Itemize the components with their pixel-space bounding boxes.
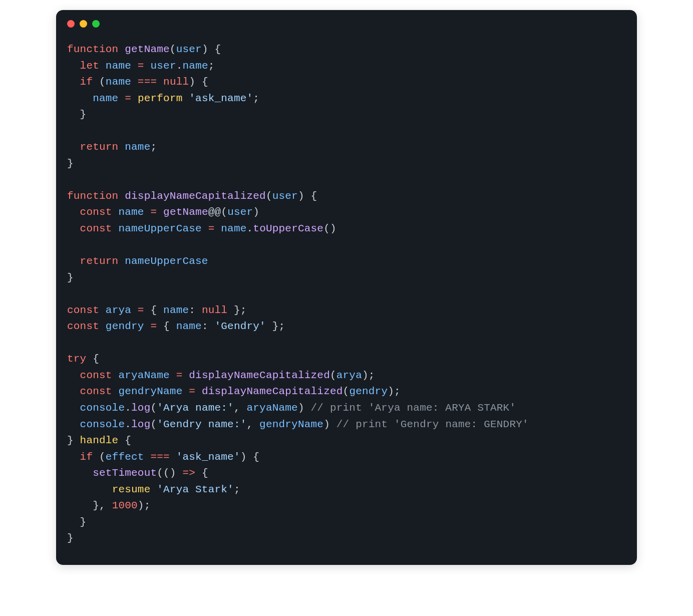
code-token: { — [118, 435, 131, 446]
code-token: const — [80, 223, 112, 234]
code-token: = — [176, 370, 183, 381]
code-token: name — [221, 223, 246, 234]
code-token: } — [67, 158, 74, 169]
code-token — [182, 386, 189, 397]
code-token: { — [157, 321, 176, 332]
code-token: log — [131, 419, 150, 430]
code-token: if — [80, 76, 93, 88]
code-token: function — [67, 190, 118, 202]
code-token: console — [80, 402, 125, 414]
code-token: , — [247, 419, 260, 430]
code-token — [112, 386, 119, 397]
code-token: aryaName — [118, 370, 169, 381]
close-icon[interactable] — [67, 20, 75, 28]
code-token: 'ask_name' — [189, 93, 253, 104]
code-token: . — [125, 402, 131, 414]
code-token: ; — [234, 484, 240, 495]
code-token: arya — [106, 304, 131, 316]
code-token: console — [80, 419, 125, 430]
code-token: // print 'Gendry name: GENDRY' — [336, 419, 529, 430]
code-token: nameUpperCase — [125, 255, 208, 267]
code-token: displayNameCapitalized — [202, 386, 343, 397]
zoom-icon[interactable] — [92, 20, 100, 28]
code-token: ; — [208, 60, 215, 72]
code-token: 'Arya Stark' — [157, 484, 234, 495]
code-token — [118, 93, 125, 104]
code-token: ); — [388, 386, 401, 397]
code-token — [112, 370, 119, 381]
code-token — [67, 370, 80, 381]
code-token — [67, 60, 80, 72]
code-token: setTimeout — [93, 467, 157, 479]
code-token — [195, 386, 202, 397]
code-token — [67, 484, 112, 495]
code-token: ); — [362, 370, 375, 381]
code-token — [67, 206, 80, 218]
code-token: gendry — [349, 386, 388, 397]
code-token: . — [176, 60, 183, 72]
code-token: ) — [323, 419, 336, 430]
code-token: () — [323, 223, 336, 234]
code-token: ) { — [202, 44, 221, 55]
code-token: return — [80, 141, 119, 153]
code-token: }; — [266, 321, 285, 332]
code-token: gendryName — [118, 386, 182, 397]
code-token: . — [247, 223, 253, 234]
code-token — [118, 255, 125, 267]
code-token — [67, 402, 80, 414]
code-token: name — [106, 60, 131, 72]
code-token: user — [176, 44, 202, 55]
code-token — [131, 93, 138, 104]
code-token: ( — [343, 386, 350, 397]
code-token: gendryName — [259, 419, 323, 430]
code-token: 1000 — [112, 500, 138, 511]
code-token — [182, 370, 189, 381]
code-token: : — [202, 321, 215, 332]
code-token: { — [86, 353, 99, 365]
code-token: ); — [138, 500, 151, 511]
code-token: }, — [67, 500, 112, 511]
code-token: } — [67, 272, 74, 283]
code-token — [131, 60, 138, 72]
code-token: name — [118, 206, 144, 218]
titlebar — [56, 10, 637, 28]
code-token: ) — [253, 206, 259, 218]
code-token — [67, 451, 80, 463]
code-token: = — [189, 386, 195, 397]
code-token: getName — [125, 44, 170, 55]
code-token: === — [150, 451, 169, 463]
code-token: ( — [170, 44, 176, 55]
code-token — [144, 321, 151, 332]
code-token: const — [80, 206, 112, 218]
code-token: gendry — [106, 321, 144, 332]
code-token — [170, 451, 176, 463]
code-token — [170, 370, 176, 381]
code-token: getName — [163, 206, 208, 218]
code-token — [67, 223, 80, 234]
code-token: if — [80, 451, 93, 463]
code-window: function getName(user) { let name = user… — [56, 10, 637, 565]
code-token — [144, 60, 151, 72]
code-token: nameUpperCase — [118, 223, 201, 234]
code-token: @@( — [208, 206, 227, 218]
code-token — [112, 206, 119, 218]
code-token — [183, 93, 189, 104]
code-token — [215, 223, 221, 234]
code-token — [131, 304, 138, 316]
code-token: . — [125, 419, 131, 430]
code-token: 'Gendry name:' — [157, 419, 246, 430]
code-token: const — [67, 321, 99, 332]
code-token: name — [183, 60, 208, 72]
code-token: const — [80, 370, 112, 381]
code-token: 'ask_name' — [176, 451, 240, 463]
code-token — [67, 419, 80, 430]
code-token: ( — [93, 451, 106, 463]
code-token: = — [150, 321, 157, 332]
code-token — [157, 76, 163, 88]
code-token — [99, 304, 106, 316]
code-token: => — [182, 467, 195, 479]
code-token: ) { — [240, 451, 259, 463]
minimize-icon[interactable] — [80, 20, 87, 28]
code-token: const — [67, 304, 99, 316]
code-token: ) { — [189, 76, 208, 88]
